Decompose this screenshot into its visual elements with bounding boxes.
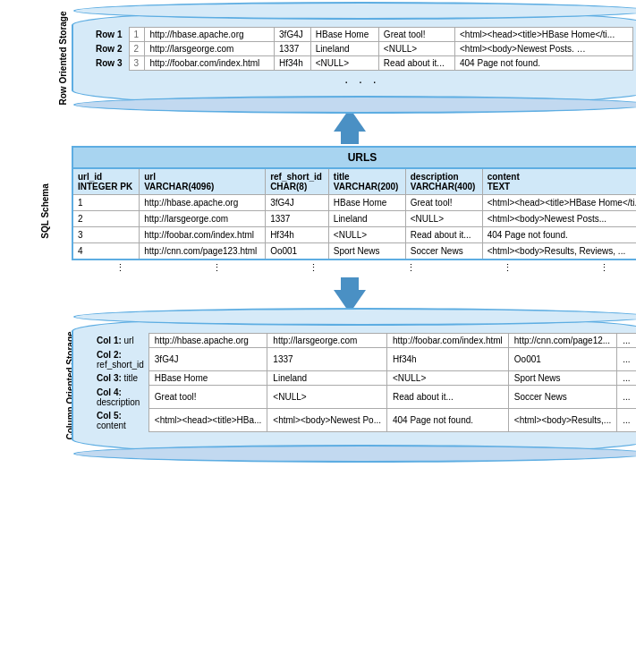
col-storage-disk: Column Oriented Storage Col 1: urlhttp:/…: [72, 315, 636, 455]
sql-header-row: url_idINTEGER PKurlVARCHAR(4096)ref_shor…: [72, 168, 636, 195]
co-col-label: Col 5: content: [91, 409, 148, 432]
co-value-cell: Hf34h: [386, 348, 508, 371]
sql-header-cell: ref_short_idCHAR(8): [266, 168, 329, 195]
sql-dots-row: ⋮ ⋮ ⋮ ⋮ ⋮ ⋮: [72, 260, 636, 276]
co-value-cell: ...: [617, 334, 636, 348]
sql-title-row: URLS: [72, 147, 636, 168]
ro-cell: 1337: [275, 42, 311, 56]
co-row: Col 4: descriptionGreat tool!<NULL>Read …: [91, 386, 636, 409]
co-value-cell: http://hbase.apache.org: [148, 334, 267, 348]
ro-cell: 3: [129, 56, 145, 71]
sql-data-cell: 3fG4J: [266, 195, 329, 211]
sql-data-cell: Sport News: [328, 243, 405, 260]
ro-cell: Hf34h: [275, 56, 311, 71]
sql-data-cell: 4: [72, 243, 140, 260]
row-dots: · · ·: [91, 74, 633, 89]
row-storage-label: Row Oriented Storage: [58, 11, 68, 105]
sql-data-cell: HBase Home: [328, 195, 405, 211]
co-value-cell: <NULL>: [267, 386, 387, 409]
sql-table: URLS url_idINTEGER PKurlVARCHAR(4096)ref…: [72, 146, 636, 260]
sql-data-row: 2http://larsgeorge.com1337Lineland<NULL>…: [72, 211, 636, 227]
sql-data-cell: 1: [72, 195, 140, 211]
co-value-cell: ...: [617, 348, 636, 371]
ro-cell: <NULL>: [310, 56, 378, 71]
sql-data-cell: Hf34h: [266, 227, 329, 243]
ro-cell: 1: [129, 28, 145, 42]
sql-data-row: 4http://cnn.com/page123.htmlOo001Sport N…: [72, 243, 636, 260]
sql-data-cell: Soccer News: [405, 243, 482, 260]
col-storage-table: Col 1: urlhttp://hbase.apache.orghttp://…: [91, 333, 636, 432]
sql-header-cell: urlVARCHAR(4096): [140, 168, 266, 195]
sql-data-cell: http://larsgeorge.com: [140, 211, 266, 227]
ro-cell: Great tool!: [378, 28, 454, 42]
co-value-cell: 404 Page not found.: [386, 409, 508, 432]
sql-title: URLS: [72, 147, 636, 168]
ro-cell: Read about it...: [378, 56, 454, 71]
ro-row-label: Row 1: [91, 28, 129, 42]
sql-data-cell: <html><body>Newest Posts...: [482, 211, 636, 227]
sql-data-cell: Great tool!: [405, 195, 482, 211]
co-value-cell: HBase Home: [148, 371, 267, 386]
main-container: Row Oriented Storage Row 11http://hbase.…: [9, 9, 627, 455]
co-row: Col 5: content<html><head><title>HBa...<…: [91, 409, 636, 432]
sql-header-cell: descriptionVARCHAR(400): [405, 168, 482, 195]
sql-data-cell: http://hbase.apache.org: [140, 195, 266, 211]
co-row: Col 2: ref_short_id3fG4J1337Hf34hOo001..…: [91, 348, 636, 371]
co-value-cell: <html><head><title>HBa...: [148, 409, 267, 432]
co-value-cell: http://larsgeorge.com: [267, 334, 387, 348]
co-value-cell: Soccer News: [508, 386, 616, 409]
ro-cell: <html><head><title>HBase Home</ti...: [455, 28, 633, 42]
co-value-cell: <html><body>Results,...: [508, 409, 616, 432]
ro-cell: 404 Page not found.: [455, 56, 633, 71]
ro-cell: <NULL>: [378, 42, 454, 56]
sql-data-cell: <NULL>: [328, 227, 405, 243]
ro-row-label: Row 2: [91, 42, 129, 56]
sql-data-cell: 3: [72, 227, 140, 243]
co-value-cell: Oo001: [508, 348, 616, 371]
co-row: Col 3: titleHBase HomeLineland<NULL>Spor…: [91, 371, 636, 386]
sql-header-cell: titleVARCHAR(200): [328, 168, 405, 195]
sql-header-cell: url_idINTEGER PK: [72, 168, 140, 195]
co-value-cell: ...: [617, 371, 636, 386]
co-value-cell: <NULL>: [386, 371, 508, 386]
row-storage-table: Row 11http://hbase.apache.org3fG4JHBase …: [91, 27, 633, 71]
ro-cell: http://foobar.com/index.html: [145, 56, 275, 71]
ro-cell: 3fG4J: [275, 28, 311, 42]
sql-data-cell: 1337: [266, 211, 329, 227]
sql-data-cell: Oo001: [266, 243, 329, 260]
co-value-cell: Lineland: [267, 371, 387, 386]
co-value-cell: 1337: [267, 348, 387, 371]
sql-data-cell: <html><body>Results, Reviews, ...: [482, 243, 636, 260]
sql-data-cell: http://foobar.com/index.html: [140, 227, 266, 243]
co-value-cell: http://foobar.com/index.html: [386, 334, 508, 348]
co-value-cell: ...: [617, 409, 636, 432]
arrow-up-shaft: [341, 132, 359, 144]
sql-data-cell: http://cnn.com/page123.html: [140, 243, 266, 260]
co-value-cell: http://cnn.com/page12...: [508, 334, 616, 348]
ro-cell: Lineland: [310, 42, 378, 56]
ro-cell: http://larsgeorge.com: [145, 42, 275, 56]
sql-data-cell: <html><head><title>HBase Home</ti...: [482, 195, 636, 211]
sql-data-cell: Read about it...: [405, 227, 482, 243]
ro-row-label: Row 3: [91, 56, 129, 71]
sql-header-cell: contentTEXT: [482, 168, 636, 195]
co-col-label: Col 1: url: [91, 334, 148, 348]
co-col-label: Col 4: description: [91, 386, 148, 409]
co-value-cell: Sport News: [508, 371, 616, 386]
ro-cell: 2: [129, 42, 145, 56]
co-value-cell: <html><body>Newest Po...: [267, 409, 387, 432]
arrow-down-shaft: [341, 277, 359, 290]
sql-schema-wrap: SQL Schema URLS url_idINTEGER PKurlVARCH…: [72, 146, 636, 276]
co-value-cell: Read about it...: [386, 386, 508, 409]
sql-data-row: 3http://foobar.com/index.htmlHf34h<NULL>…: [72, 227, 636, 243]
co-col-label: Col 3: title: [91, 371, 148, 386]
ro-cell: http://hbase.apache.org: [145, 28, 275, 42]
co-value-cell: 3fG4J: [148, 348, 267, 371]
row-storage-disk: Row Oriented Storage Row 11http://hbase.…: [72, 9, 636, 106]
sql-data-cell: 404 Page not found.: [482, 227, 636, 243]
sql-schema-label: SQL Schema: [40, 183, 50, 239]
co-value-cell: ...: [617, 386, 636, 409]
co-row: Col 1: urlhttp://hbase.apache.orghttp://…: [91, 334, 636, 348]
sql-data-cell: Lineland: [328, 211, 405, 227]
sql-data-cell: 2: [72, 211, 140, 227]
